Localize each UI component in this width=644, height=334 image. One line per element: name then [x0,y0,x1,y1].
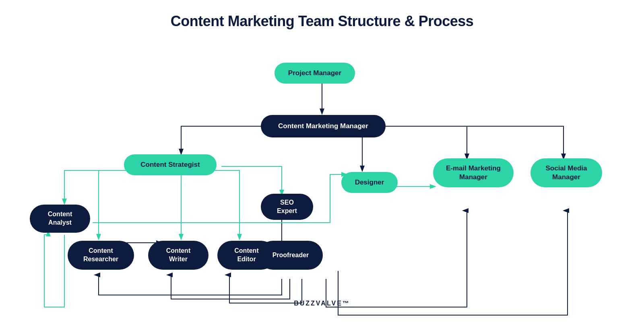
node-project-manager: Project Manager [275,63,355,84]
diagram-area: Project Manager Content Marketing Manage… [24,38,620,311]
page-title: Content Marketing Team Structure & Proce… [171,13,474,30]
node-content-analyst: Content Analyst [30,205,90,233]
node-seo-expert: SEO Expert [261,194,313,220]
node-email-marketing-manager: E-mail Marketing Manager [433,158,514,187]
page-container: Content Marketing Team Structure & Proce… [0,0,644,334]
node-proofreader: Proofreader [258,241,323,270]
brand-name: BUZZVALVE™ [294,300,350,307]
node-social-media-manager: Social Media Manager [530,158,602,187]
node-designer: Designer [341,172,398,193]
node-content-strategist: Content Strategist [124,154,217,175]
node-content-writer: Content Writer [148,241,208,270]
node-content-researcher: Content Researcher [68,241,134,270]
node-content-marketing-manager: Content Marketing Manager [261,115,386,137]
